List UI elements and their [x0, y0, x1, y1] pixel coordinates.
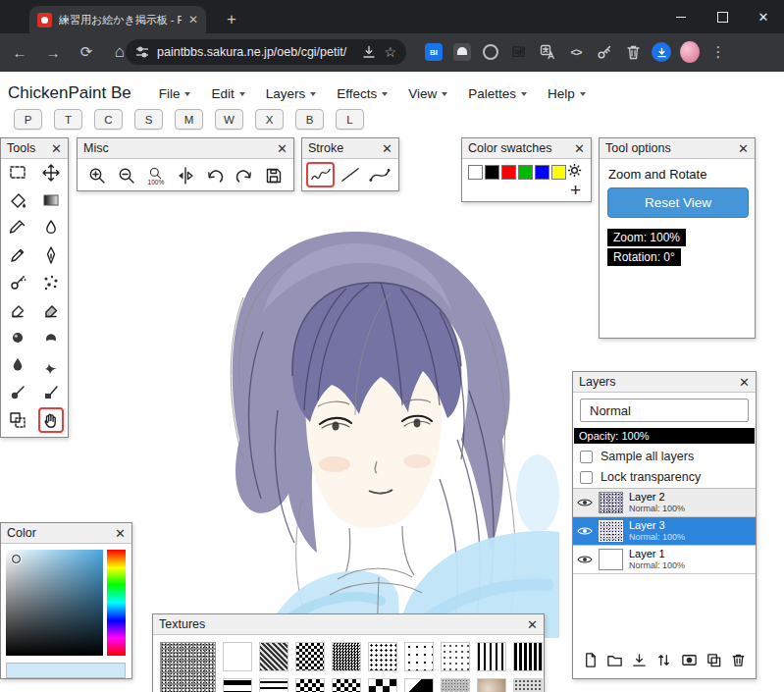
texture-swatch[interactable]: [368, 678, 397, 692]
shortcut-p-button[interactable]: P: [14, 109, 42, 130]
circle-extension-icon[interactable]: [481, 42, 500, 62]
browser-menu-icon[interactable]: ⋮: [708, 42, 728, 62]
misc-palette-header[interactable]: Misc ✕: [78, 138, 293, 159]
texture-swatch[interactable]: [441, 642, 470, 671]
close-icon[interactable]: ✕: [277, 142, 287, 155]
close-icon[interactable]: ✕: [738, 142, 749, 155]
stroke-bezier-button[interactable]: [367, 163, 393, 186]
tool-flat-brush[interactable]: [34, 379, 68, 406]
back-button[interactable]: ←: [8, 39, 31, 65]
tool-pen[interactable]: [34, 241, 68, 269]
tool-burn[interactable]: [34, 324, 68, 351]
swatch-white[interactable]: [468, 165, 483, 180]
tool-dodge[interactable]: [1, 324, 34, 351]
stroke-line-button[interactable]: [337, 163, 363, 186]
menu-edit[interactable]: Edit: [211, 86, 244, 101]
texture-swatch[interactable]: [259, 678, 288, 692]
menu-palettes[interactable]: Palettes: [468, 86, 527, 101]
tool-eyedropper[interactable]: [1, 214, 34, 241]
code-icon[interactable]: <>: [566, 42, 586, 62]
zoom-out-button[interactable]: [115, 163, 137, 188]
profile-avatar[interactable]: [680, 42, 700, 62]
blend-mode-select[interactable]: Normal: [580, 399, 749, 422]
shortcut-s-button[interactable]: S: [134, 109, 163, 130]
redo-button[interactable]: [234, 163, 256, 188]
tool-gradient[interactable]: [34, 186, 68, 214]
tool-move[interactable]: [34, 159, 68, 186]
texture-swatch[interactable]: [441, 678, 470, 692]
tool-round-brush[interactable]: [1, 379, 34, 406]
close-button[interactable]: ✕: [743, 0, 784, 33]
lock-transparency-checkbox[interactable]: [580, 471, 593, 484]
shortcut-m-button[interactable]: M: [175, 109, 203, 130]
texture-swatch[interactable]: [332, 642, 361, 671]
texture-swatch[interactable]: [223, 678, 252, 692]
texture-swatch[interactable]: [477, 642, 506, 671]
texture-swatch[interactable]: [404, 678, 434, 692]
color-cursor[interactable]: [12, 555, 21, 563]
sample-all-layers-row[interactable]: Sample all layers: [580, 450, 694, 463]
texture-swatch[interactable]: [259, 642, 288, 671]
layers-palette-header[interactable]: Layers ✕: [573, 372, 756, 393]
layer-row-layer3-selected[interactable]: Layer 3Normal: 100%: [573, 517, 756, 546]
shortcut-c-button[interactable]: C: [94, 109, 123, 130]
tools-palette-header[interactable]: Tools ✕: [1, 138, 68, 159]
eye-icon[interactable]: [577, 525, 593, 537]
tool-airbrush[interactable]: [1, 269, 34, 296]
eye-icon[interactable]: [577, 554, 593, 565]
menu-help[interactable]: Help: [548, 86, 586, 101]
maximize-button[interactable]: [702, 0, 743, 33]
texture-swatch[interactable]: [477, 678, 506, 692]
color-palette-header[interactable]: Color ✕: [1, 523, 131, 544]
tool-eraser[interactable]: [1, 296, 34, 324]
zoom-in-button[interactable]: [85, 163, 108, 188]
stroke-palette-header[interactable]: Stroke ✕: [302, 138, 398, 159]
texture-swatch[interactable]: [332, 678, 361, 692]
close-icon[interactable]: ✕: [51, 142, 62, 155]
extensions-puzzle-icon[interactable]: [509, 42, 529, 62]
save-button[interactable]: [263, 163, 286, 188]
flip-horizontal-button[interactable]: [174, 163, 196, 188]
color-swatches-header[interactable]: Color swatches ✕: [462, 138, 591, 159]
undo-button[interactable]: [204, 163, 227, 188]
add-mask-button[interactable]: [681, 652, 698, 672]
reset-view-button[interactable]: Reset View: [607, 187, 749, 218]
close-icon[interactable]: ✕: [574, 142, 585, 155]
close-icon[interactable]: ✕: [739, 376, 750, 389]
stroke-freehand-button[interactable]: [307, 163, 334, 186]
texture-swatch[interactable]: [404, 642, 434, 671]
forward-button[interactable]: →: [41, 39, 65, 65]
shortcut-t-button[interactable]: T: [54, 109, 82, 130]
shortcut-b-button[interactable]: B: [295, 109, 324, 130]
shortcut-w-button[interactable]: W: [215, 109, 243, 130]
tool-transform[interactable]: [1, 406, 34, 434]
minimize-button[interactable]: [660, 0, 702, 33]
download-status-icon[interactable]: [652, 42, 671, 62]
tool-rect-select[interactable]: [1, 159, 34, 186]
tool-blur[interactable]: [1, 351, 34, 379]
texture-swatch[interactable]: [295, 642, 325, 671]
drawing-canvas[interactable]: [145, 204, 559, 638]
delete-icon[interactable]: [623, 42, 643, 62]
eye-icon[interactable]: [577, 497, 593, 508]
shortcut-l-button[interactable]: L: [336, 109, 364, 130]
textures-palette-header[interactable]: Textures ✕: [153, 614, 544, 635]
menu-view[interactable]: View: [408, 86, 447, 101]
swatch-yellow[interactable]: [551, 165, 566, 180]
tab-close-icon[interactable]: ✕: [188, 13, 198, 27]
add-group-button[interactable]: [606, 652, 623, 672]
key-icon[interactable]: [595, 42, 614, 62]
move-layer-button[interactable]: [655, 652, 672, 672]
menu-file[interactable]: File: [159, 86, 191, 101]
close-icon[interactable]: ✕: [115, 527, 126, 540]
layer-row-layer1[interactable]: Layer 1Normal: 100%: [573, 546, 756, 574]
bi-extension-icon[interactable]: BI: [424, 42, 444, 62]
download-page-icon[interactable]: [362, 45, 376, 59]
texture-swatch[interactable]: [368, 642, 397, 671]
site-settings-icon[interactable]: [135, 45, 149, 59]
layer-row-layer2[interactable]: Layer 2Normal: 100%: [573, 489, 756, 517]
address-bar[interactable]: paintbbs.sakura.ne.jp/oeb/cgi/petit/ ☆: [126, 39, 406, 65]
sample-all-checkbox[interactable]: [580, 451, 593, 463]
tool-water-drop[interactable]: [34, 214, 68, 241]
tool-flood-fill[interactable]: [1, 186, 34, 214]
